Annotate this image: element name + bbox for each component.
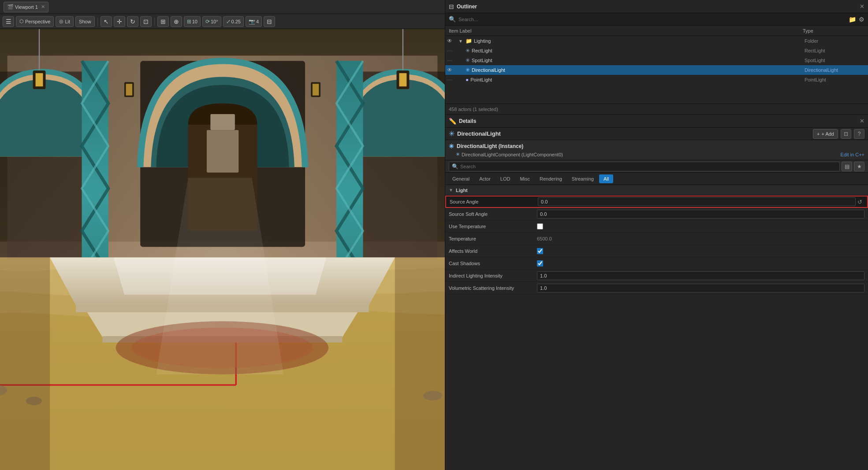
item-type-label: DirectionalLight [805, 67, 866, 73]
tab-rendering[interactable]: Rendering [535, 174, 566, 183]
viewport-scene[interactable] [0, 29, 445, 470]
rotation-snap-button[interactable]: ⟳ 10° [202, 16, 221, 27]
grid-snap-value: 10 [192, 19, 197, 24]
tab-streaming[interactable]: Streaming [567, 174, 598, 183]
item-name-label: DirectionalLight [472, 67, 805, 73]
list-item[interactable]: — ✳ SpotLight SpotLight [445, 56, 868, 65]
rotation-icon: ⟳ [205, 19, 210, 25]
visibility-icon[interactable]: — [447, 48, 455, 54]
viewport-tab[interactable]: 🎬 Viewport 1 ✕ [4, 2, 48, 12]
show-button[interactable]: Show [75, 16, 95, 27]
camera-icon: 📷 [249, 19, 255, 25]
scale-snap-icon: ⤢ [226, 19, 231, 25]
grid-snap-button[interactable]: ⊞ 10 [184, 16, 201, 27]
tab-general[interactable]: General [448, 174, 474, 183]
table-icon: ▤ [845, 163, 849, 170]
help-button[interactable]: ? [854, 129, 864, 139]
visibility-icon[interactable]: — [447, 77, 455, 83]
tab-lod[interactable]: LOD [496, 174, 515, 183]
add-component-button[interactable]: + + Add [813, 129, 838, 139]
item-name-label: RectLight [472, 48, 805, 53]
viewport-toolbar: ☰ ⬡ Perspective ◎ Lit Show ↖ ✛ ↻ [0, 14, 445, 29]
toolbar-separator-2 [154, 17, 155, 26]
tab-actor[interactable]: Actor [475, 174, 495, 183]
source-angle-reset-button[interactable]: ↺ [856, 199, 864, 205]
show-label: Show [79, 19, 91, 24]
details-search-input[interactable] [460, 164, 837, 169]
folder-add-icon[interactable]: 📁 [849, 16, 856, 23]
perspective-button[interactable]: ⬡ Perspective [16, 16, 54, 27]
svg-rect-12 [36, 73, 43, 86]
cast-shadows-row: Cast Shadows [445, 257, 868, 270]
visibility-icon[interactable]: 👁 [447, 38, 455, 44]
outliner-title: Outliner [457, 4, 860, 10]
list-item[interactable]: 👁 ▼ 📁 Lighting Folder [445, 36, 868, 46]
lit-label: Lit [65, 19, 70, 24]
source-soft-angle-label: Source Soft Angle [449, 211, 537, 217]
rotate-tool-button[interactable]: ↻ [127, 16, 138, 27]
list-item[interactable]: — ● PointLight PointLight [445, 75, 868, 85]
hamburger-icon: ☰ [6, 18, 11, 25]
component-label: DirectionalLightComponent (LightComponen… [462, 152, 563, 157]
camera-speed-button[interactable]: 📷 4 [246, 16, 262, 27]
scale-tool-button[interactable]: ⊡ [140, 16, 152, 27]
volumetric-scattering-input[interactable] [537, 284, 864, 292]
settings-icon[interactable]: ⚙ [859, 16, 864, 23]
volumetric-scattering-label: Volumetric Scattering Intensity [449, 285, 537, 291]
visibility-icon[interactable]: — [447, 57, 455, 63]
cast-shadows-checkbox[interactable] [537, 260, 543, 266]
visibility-icon[interactable]: 👁 [447, 67, 455, 73]
svg-rect-32 [0, 258, 50, 470]
add-icon: + [817, 131, 820, 137]
tab-all[interactable]: All [599, 174, 613, 183]
outliner-search-input[interactable] [458, 17, 846, 22]
scale-snap-button[interactable]: ⤢ 0.25 [223, 16, 244, 27]
viewport-tab-close[interactable]: ✕ [41, 4, 45, 10]
scale-snap-value: 0.25 [231, 19, 241, 24]
browse-button[interactable]: ⊡ [841, 129, 851, 139]
world-grid-button[interactable]: ⊞ [157, 16, 169, 27]
source-angle-label: Source Angle [450, 199, 538, 204]
rotation-snap-value: 10° [211, 19, 218, 24]
affects-world-checkbox[interactable] [537, 248, 543, 254]
item-type-label: Folder [805, 38, 866, 44]
component-sub-row[interactable]: ✳ DirectionalLightComponent (LightCompon… [449, 152, 864, 157]
details-favorite-button[interactable]: ★ [854, 162, 864, 171]
viewport-icon: 🎬 [7, 4, 14, 10]
details-panel-title: Details [459, 118, 860, 124]
details-search-container: 🔍 [449, 162, 840, 171]
star-icon: ★ [857, 163, 862, 170]
viewport-tab-title: Viewport 1 [15, 4, 38, 10]
select-tool-button[interactable]: ↖ [101, 16, 112, 27]
list-item[interactable]: — ✳ RectLight RectLight [445, 46, 868, 56]
details-panel-close-button[interactable]: ✕ [860, 118, 864, 124]
list-item[interactable]: 👁 ✳ DirectionalLight DirectionalLight [445, 65, 868, 75]
point-light-icon: ● [466, 77, 469, 83]
component-instance-row[interactable]: ✳ DirectionalLight (Instance) [449, 143, 864, 150]
details-header: ✏️ Details ✕ [445, 115, 868, 128]
svg-rect-20 [207, 130, 238, 172]
use-temperature-checkbox[interactable] [537, 223, 543, 229]
affects-world-row: Affects World [445, 245, 868, 257]
outliner-close-button[interactable]: ✕ [860, 3, 864, 10]
snap-button[interactable]: ⊕ [171, 16, 182, 27]
move-tool-button[interactable]: ✛ [114, 16, 125, 27]
instance-label: DirectionalLight (Instance) [457, 143, 523, 149]
tab-misc[interactable]: Misc [515, 174, 534, 183]
indirect-lighting-input[interactable] [537, 271, 864, 280]
source-angle-value [538, 197, 856, 206]
source-soft-angle-input[interactable] [537, 210, 864, 218]
light-section-header[interactable]: ▼ Light [445, 185, 868, 196]
source-soft-angle-value [537, 210, 864, 218]
hamburger-menu-button[interactable]: ☰ [3, 16, 14, 27]
lit-button[interactable]: ◎ Lit [56, 16, 74, 27]
outliner-header: ⊟ Outliner ✕ [445, 0, 868, 13]
viewport-options-button[interactable]: ⊟ [264, 16, 275, 27]
light-icon: ✳ [466, 48, 470, 54]
affects-world-value [537, 248, 864, 254]
help-icon: ? [858, 131, 861, 137]
edit-cpp-button[interactable]: Edit in C++ [841, 152, 864, 157]
details-table-view-button[interactable]: ▤ [842, 162, 852, 171]
source-angle-input[interactable] [538, 197, 856, 206]
cursor-icon: ↖ [104, 18, 109, 25]
